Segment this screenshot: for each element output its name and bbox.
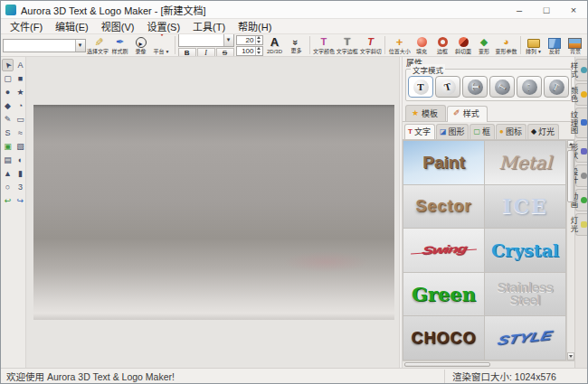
text-mode-tilt-button[interactable]: T	[435, 76, 460, 98]
panel-horizontal-scrollbar[interactable]	[403, 361, 574, 368]
template-style[interactable]: STYLE	[485, 316, 565, 360]
dock-tab-color[interactable]: 颜色	[575, 83, 587, 106]
arrange-button[interactable]: 排列▼	[524, 35, 544, 56]
dock-tab-texture[interactable]: 纹理图	[575, 108, 587, 138]
undo-arrow-tool[interactable]: ↩	[2, 194, 14, 207]
status-message: 欢迎使用 Aurora 3D Text & Logo Maker!	[1, 370, 444, 383]
font-combo[interactable]: ▾	[178, 34, 234, 47]
scrollbar-thumb[interactable]	[567, 150, 574, 202]
template-crystal[interactable]: Crystal	[485, 229, 565, 272]
template-ice[interactable]: ICE	[485, 185, 565, 229]
template-metal[interactable]: Metal	[485, 141, 565, 184]
pie-tool[interactable]: ◔	[14, 99, 26, 112]
tab-shape[interactable]: ◪图形	[436, 124, 469, 139]
reflect-button[interactable]: 反射	[545, 35, 564, 56]
dock-tab-style[interactable]: 样式	[575, 59, 587, 81]
light-tab-icon	[581, 221, 587, 228]
font-size-stepper[interactable]: 20	[236, 35, 263, 45]
select-text-button[interactable]: 选择文字	[87, 35, 109, 56]
polygon-tool[interactable]: ◆	[2, 99, 14, 112]
freeform-tool[interactable]: ≈	[14, 126, 26, 139]
spinner-down-icon[interactable]	[256, 51, 262, 55]
dock-tab-light[interactable]: 灯光	[575, 213, 587, 236]
dock-tab-animation[interactable]: 动画	[575, 189, 587, 211]
text-mode-upright-button[interactable]: T	[408, 76, 433, 98]
italic-button[interactable]: I	[197, 48, 215, 58]
bevel-face-button[interactable]: 斜切面	[453, 35, 473, 56]
menu-edit[interactable]: 编辑(E)	[49, 18, 95, 34]
select-tool[interactable]: ➤	[2, 59, 14, 71]
border-button[interactable]: 边框	[432, 35, 452, 56]
combo-dropdown-icon[interactable]: ▾	[223, 34, 233, 46]
symbol-tool[interactable]: S	[2, 126, 14, 139]
text-mode-label: 文字模式	[411, 64, 445, 75]
menu-settings[interactable]: 设置(S)	[140, 18, 186, 34]
text-mode-rotate-button[interactable]: T	[544, 76, 569, 98]
spinner-down-icon[interactable]	[256, 40, 262, 44]
redo-arrow-tool[interactable]: ↪	[14, 194, 26, 207]
menu-view[interactable]: 视图(V)	[95, 18, 141, 34]
ellipse-tool[interactable]: ●	[2, 86, 14, 98]
sphere-tool[interactable]: ◐	[14, 154, 26, 166]
star-tool[interactable]: ★	[14, 86, 26, 98]
more-button[interactable]: » 更多	[287, 35, 307, 56]
scroll-down-icon[interactable]	[567, 352, 574, 361]
bold-button[interactable]: B	[178, 48, 196, 58]
cylinder-tool[interactable]: ▮	[14, 167, 26, 180]
template-sector[interactable]: Sector	[403, 185, 484, 229]
torus-tool[interactable]: ○	[2, 181, 14, 193]
tab-icon[interactable]: ●图标	[496, 124, 526, 139]
extrude-tool[interactable]: ▧	[14, 140, 26, 153]
pen-tool[interactable]: ✎	[2, 113, 14, 126]
minimize-button[interactable]: –	[506, 1, 533, 18]
text-border-button[interactable]: 文字边框	[336, 35, 358, 56]
text-mode-flat-button[interactable]: T	[462, 76, 488, 98]
tab-styles[interactable]: ✐ 样式	[447, 106, 488, 122]
scrollbar-thumb[interactable]	[404, 362, 490, 367]
rounded-rect-tool[interactable]: ▢	[2, 72, 14, 85]
text-tool[interactable]: A	[14, 59, 26, 71]
dock-tab-shape[interactable]: 形状	[575, 140, 587, 163]
tab-frame[interactable]: ▢框	[469, 124, 495, 139]
panel-tool[interactable]: ▭	[14, 113, 26, 126]
2d-3d-toggle-button[interactable]: A 2D/3D	[265, 35, 285, 56]
menu-help[interactable]: 帮助(H)	[232, 18, 278, 34]
depth-stepper[interactable]: 100	[236, 46, 263, 56]
spline-tool[interactable]: 3	[14, 181, 26, 193]
text-mode-angle-button[interactable]: T	[489, 76, 515, 98]
deform-button[interactable]: 变形	[474, 35, 494, 56]
box-tool[interactable]: ▤	[2, 154, 14, 166]
tab-text[interactable]: T文字	[404, 124, 435, 139]
template-swing[interactable]: Swing	[403, 229, 484, 272]
template-green[interactable]: Green	[403, 273, 484, 316]
template-paint[interactable]: Paint	[403, 141, 484, 184]
strikethrough-button[interactable]: S	[216, 48, 234, 58]
background-button[interactable]: 背景	[565, 35, 585, 56]
tab-templates[interactable]: ★ 模板	[405, 105, 446, 121]
cone-tool[interactable]: ▲	[2, 167, 14, 180]
menu-file[interactable]: 文件(F)	[4, 18, 49, 34]
node-edit-tool[interactable]: ▣	[2, 140, 14, 153]
text-mode-edge-button[interactable]: T	[517, 76, 542, 98]
fill-button[interactable]: 填充	[412, 35, 432, 56]
style-brush-button[interactable]: 样式刷	[110, 35, 130, 56]
style-combo[interactable]: ▾	[3, 39, 86, 52]
render-viewport[interactable]	[33, 105, 394, 320]
tab-light[interactable]: ◆灯光	[527, 124, 559, 139]
template-choco[interactable]: CHOCO	[403, 316, 484, 360]
text-color-button[interactable]: 文字颜色	[313, 35, 336, 56]
maximize-button[interactable]: □	[533, 1, 560, 18]
deform-params-button[interactable]: 变形参数	[495, 35, 517, 56]
grid-vertical-scrollbar[interactable]	[566, 140, 574, 361]
template-stainless-steel[interactable]: Stainless Steel	[485, 273, 565, 316]
rect-tool[interactable]: ■	[14, 72, 26, 85]
dock-tab-design[interactable]: 设计	[575, 164, 587, 187]
menu-tools[interactable]: 工具(T)	[186, 18, 232, 34]
title-bar: Aurora 3D Text & Logo Maker - [新建文档] – □…	[1, 1, 587, 19]
position-size-button[interactable]: 位置大小	[388, 35, 411, 56]
platform-button[interactable]: 平台▼	[152, 35, 172, 56]
record-button[interactable]: 录像	[131, 35, 151, 56]
text-bevel-button[interactable]: 文字斜切	[359, 35, 382, 56]
close-button[interactable]: ×	[560, 1, 587, 18]
combo-dropdown-icon[interactable]: ▾	[75, 40, 85, 52]
